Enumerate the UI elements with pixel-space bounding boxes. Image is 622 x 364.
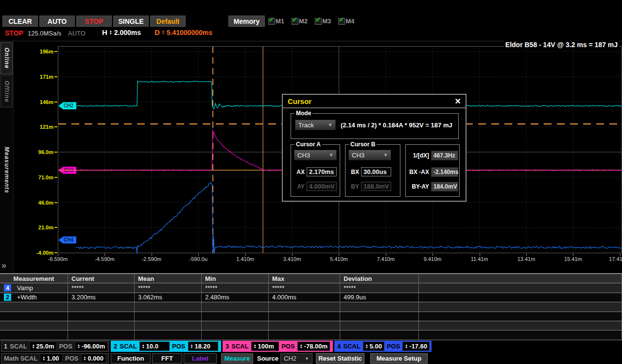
toolbar-button-stop[interactable]: STOP bbox=[76, 16, 112, 27]
oscilloscope-app: CLEARAUTOSTOPSINGLEDefault Memory ✔M1✔M2… bbox=[0, 0, 622, 364]
toolbar-button-auto[interactable]: AUTO bbox=[39, 16, 75, 27]
fft-button[interactable]: FFT bbox=[152, 353, 182, 364]
y-axis-tick bbox=[54, 177, 57, 178]
scale-value: 100m bbox=[258, 343, 274, 350]
measure-button[interactable]: Measure bbox=[221, 353, 253, 364]
y-axis-tick bbox=[54, 51, 57, 52]
stepper-icon[interactable]: ▲▼ bbox=[190, 344, 193, 349]
measurement-value: 3.062ms bbox=[135, 293, 202, 302]
measurement-value: ***** bbox=[269, 283, 340, 293]
channel-2-position-field[interactable]: ▲▼18.20 bbox=[188, 342, 218, 351]
toolbar-button-single[interactable]: SINGLE bbox=[113, 16, 149, 27]
channel-4-scale-group[interactable]: 4SCAL▲▼5.00POS▲▼-17.60 bbox=[334, 341, 432, 352]
stepper-icon[interactable]: ▲▼ bbox=[42, 356, 45, 361]
channel-2-scale-field[interactable]: ▲▼10.0 bbox=[139, 342, 170, 351]
sidebar-section-measurements[interactable]: Measurements bbox=[0, 129, 13, 211]
cursor-b-source-dropdown[interactable]: CH3 ▼ bbox=[348, 150, 391, 160]
channel-3-position-field[interactable]: ▲▼-78.00m bbox=[297, 342, 330, 351]
h-value[interactable]: 2.000ms bbox=[114, 29, 141, 36]
math-pos-field[interactable]: ▲▼ 0.000 bbox=[81, 354, 106, 363]
measurement-value bbox=[135, 312, 202, 321]
channel-4-scale-field[interactable]: ▲▼5.00 bbox=[363, 342, 384, 351]
dialog-titlebar[interactable]: Cursor × bbox=[283, 95, 466, 108]
delta-x-value: -2.140ms bbox=[431, 167, 458, 177]
channel-4-position-field[interactable]: ▲▼-17.60 bbox=[402, 342, 430, 351]
sample-rate: 125.0MSa/s bbox=[28, 30, 61, 37]
memory-checkbox-m4[interactable]: ✔M4 bbox=[338, 17, 354, 25]
memory-checkbox-m1[interactable]: ✔M1 bbox=[268, 17, 284, 25]
checkbox-icon: ✔ bbox=[338, 18, 345, 25]
math-scale-group[interactable]: Math SCAL ▲▼ 1.00 POS ▲▼ 0.000 bbox=[1, 353, 109, 364]
cursor-a-source-dropdown[interactable]: CH3 ▼ bbox=[294, 150, 337, 160]
channel-3-scale-field[interactable]: ▲▼100m bbox=[251, 342, 279, 351]
toolbar-button-clear[interactable]: CLEAR bbox=[2, 16, 38, 27]
stepper-icon[interactable]: ▲▼ bbox=[405, 344, 408, 349]
table-header-measurement: Measurement bbox=[0, 274, 68, 283]
measurement-value: ***** bbox=[135, 283, 202, 293]
bx-field[interactable]: 30.00us bbox=[361, 167, 391, 176]
stepper-icon[interactable]: ▲▼ bbox=[142, 344, 145, 349]
sidebar-tab-online[interactable]: Online bbox=[0, 42, 13, 74]
channel-1-position-field[interactable]: ▲▼-96.00m bbox=[75, 342, 107, 351]
measurement-value bbox=[269, 330, 340, 340]
mode-selected: Track bbox=[298, 121, 314, 129]
channel-3-scale-group[interactable]: 3SCAL▲▼100mPOS▲▼-78.00m bbox=[223, 341, 333, 352]
stepper-icon[interactable]: ▲▼ bbox=[300, 344, 303, 349]
stepper-icon[interactable]: ▲▼ bbox=[77, 344, 80, 349]
stepper-icon[interactable]: ▲▼ bbox=[109, 30, 112, 35]
channel-1-scale-field[interactable]: ▲▼25.0m bbox=[30, 342, 57, 351]
x-axis-label: 11.41m bbox=[460, 256, 499, 262]
channel-2-scale-group[interactable]: 2SCAL▲▼10.0POS▲▼18.20 bbox=[111, 341, 221, 352]
table-row-selector[interactable] bbox=[0, 330, 68, 340]
scal-label: SCAL bbox=[120, 343, 137, 350]
function-button[interactable]: Function bbox=[111, 353, 151, 364]
memory-checkbox-m3[interactable]: ✔M3 bbox=[315, 17, 331, 25]
position-value: -78.00m bbox=[304, 343, 328, 350]
measurement-name: Vamp bbox=[17, 284, 33, 292]
stepper-icon[interactable]: ▲▼ bbox=[84, 356, 86, 361]
stepper-icon[interactable]: ▲▼ bbox=[162, 30, 165, 35]
cursor-a-legend: Cursor A bbox=[294, 141, 322, 148]
reset-statistic-button[interactable]: Reset Statistic bbox=[316, 353, 364, 364]
stepper-icon[interactable]: ▲▼ bbox=[365, 344, 368, 349]
math-scal-field[interactable]: ▲▼ 1.00 bbox=[40, 354, 63, 363]
trigger-mode: AUTO bbox=[68, 30, 86, 37]
stepper-icon[interactable]: ▲▼ bbox=[32, 344, 35, 349]
measurement-value bbox=[135, 330, 202, 340]
d-value[interactable]: 5.41000000ms bbox=[167, 29, 212, 36]
measurement-value bbox=[269, 312, 340, 321]
memory-button[interactable]: Memory bbox=[228, 16, 265, 27]
delta-y-value: 184.0mV bbox=[431, 182, 458, 191]
cursor-b-legend: Cursor B bbox=[349, 141, 377, 148]
pos-label: POS bbox=[387, 343, 400, 350]
channel-1-scale-group[interactable]: 1SCAL▲▼25.0mPOS▲▼-96.00m bbox=[1, 341, 109, 352]
close-icon[interactable]: × bbox=[455, 96, 461, 106]
label-button[interactable]: Label bbox=[184, 353, 217, 364]
table-row-selector[interactable] bbox=[0, 312, 68, 321]
measurement-value bbox=[419, 283, 622, 293]
x-axis-tick bbox=[198, 254, 199, 256]
table-row-selector[interactable]: 2+Width bbox=[0, 293, 68, 302]
table-row-selector[interactable] bbox=[0, 302, 68, 312]
memory-checkbox-m2[interactable]: ✔M2 bbox=[292, 17, 308, 25]
ax-field[interactable]: 2.170ms bbox=[307, 167, 337, 176]
table-header-min: Min bbox=[202, 274, 269, 283]
chevron-down-icon: ▼ bbox=[328, 122, 332, 127]
table-row-selector[interactable]: 4Vamp bbox=[0, 283, 68, 293]
x-axis-tick bbox=[245, 254, 246, 256]
x-axis-label: 5.410m bbox=[319, 256, 358, 262]
y-axis-tick bbox=[54, 76, 57, 77]
source-dropdown[interactable]: CH2 ▼ bbox=[280, 353, 312, 364]
measure-setup-button[interactable]: Measure Setup bbox=[370, 353, 428, 364]
table-row-selector[interactable] bbox=[0, 321, 68, 330]
x-axis-label: 1.410m bbox=[226, 256, 265, 262]
sidebar-tab-offline[interactable]: Offline bbox=[0, 75, 13, 107]
y-axis-label: 96.0m bbox=[28, 149, 53, 155]
expand-panel-icon[interactable]: » bbox=[1, 260, 6, 271]
mode-dropdown[interactable]: Track ▼ bbox=[295, 120, 336, 130]
y-axis-tick bbox=[54, 126, 57, 127]
math-pos-value: 0.000 bbox=[87, 355, 104, 362]
toolbar-button-default[interactable]: Default bbox=[150, 16, 186, 27]
scale-value: 10.0 bbox=[146, 343, 158, 350]
stepper-icon[interactable]: ▲▼ bbox=[254, 344, 257, 349]
